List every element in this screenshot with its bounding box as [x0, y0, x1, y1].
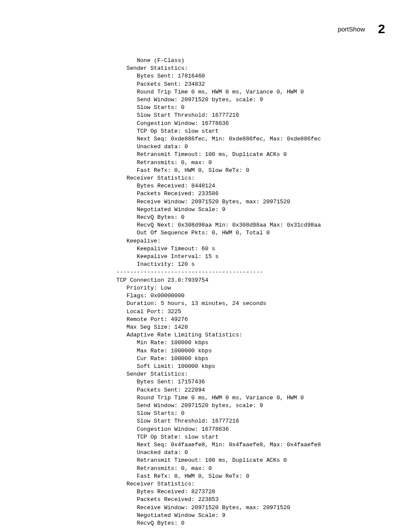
page-header: portShow 2 [338, 22, 385, 36]
document-page: portShow 2 None (F-Class) Sender Statist… [0, 0, 411, 532]
header-command: portShow [338, 25, 365, 33]
header-chapter-number: 2 [378, 22, 385, 36]
terminal-output: None (F-Class) Sender Statistics: Bytes … [0, 57, 411, 527]
